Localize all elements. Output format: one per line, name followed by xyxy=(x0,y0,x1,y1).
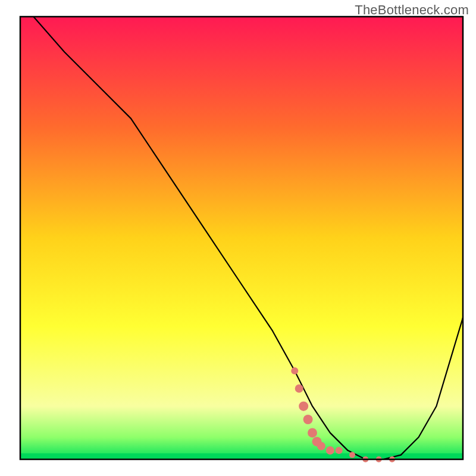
optimal-zone-markers xyxy=(299,402,308,411)
chart-container: TheBottleneck.com xyxy=(0,0,476,476)
plot-area xyxy=(20,17,463,462)
optimal-zone-markers xyxy=(291,367,298,374)
watermark-text: TheBottleneck.com xyxy=(355,2,469,18)
optimal-zone-markers xyxy=(326,446,334,455)
optimal-zone-markers xyxy=(349,452,355,458)
optimal-zone-markers xyxy=(336,447,343,454)
optimal-zone-markers xyxy=(317,442,325,450)
optimal-zone-markers xyxy=(295,384,303,393)
chart-background-gradient xyxy=(20,17,463,459)
bottleneck-chart xyxy=(0,0,476,476)
optimal-zone-markers xyxy=(303,415,313,424)
optimal-zone-markers xyxy=(308,428,317,437)
